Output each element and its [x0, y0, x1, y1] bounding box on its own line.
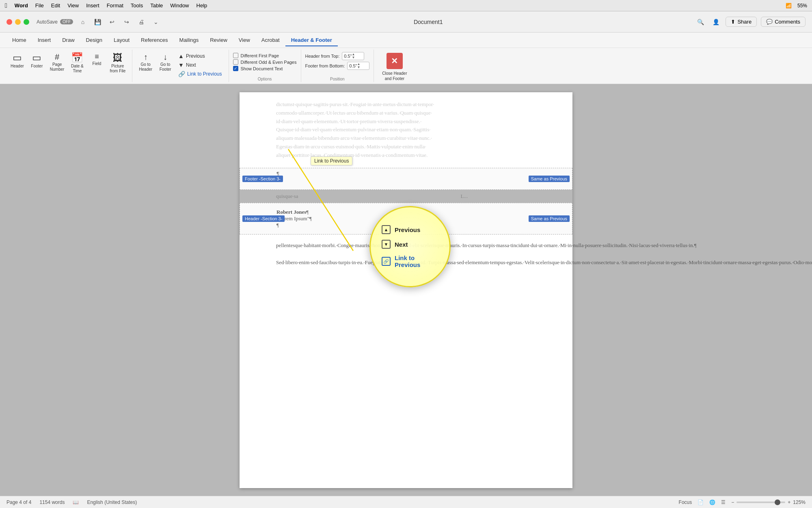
- share-button[interactable]: ⬆ Share: [726, 17, 757, 27]
- next-menu-icon: ▼: [382, 240, 391, 249]
- footer-from-bottom-row: Footer from Bottom: 0.5" ▲ ▼: [305, 62, 370, 70]
- next-icon: ▼: [178, 62, 184, 68]
- previous-button[interactable]: ▲ Previous: [176, 52, 224, 60]
- autosave-badge[interactable]: OFF: [60, 19, 73, 24]
- tab-draw[interactable]: Draw: [56, 35, 80, 46]
- tab-insert[interactable]: Insert: [32, 35, 57, 46]
- ribbon-group-insert: ▭ Header ▭ Footer # PageNumber 📅 Date &T…: [4, 50, 132, 82]
- field-button[interactable]: ≡ Field: [88, 51, 106, 68]
- word-count: 1154 words: [39, 499, 65, 505]
- zoom-thumb[interactable]: [775, 499, 780, 505]
- show-doc-text-label: Show Document Text: [241, 66, 283, 71]
- print-icon[interactable]: 🖨: [136, 16, 147, 28]
- spell-check-icon[interactable]: 📖: [73, 499, 79, 505]
- next-label: Next: [186, 62, 196, 68]
- print-layout-icon[interactable]: 📄: [698, 499, 704, 505]
- focus-button[interactable]: Focus: [679, 499, 692, 505]
- diff-odd-even-label: Different Odd & Even Pages: [241, 60, 297, 65]
- footer-content[interactable]: ¶: [276, 171, 536, 187]
- go-to-footer-button[interactable]: ↓ Go toFooter: [156, 51, 174, 74]
- search-icon[interactable]: 🔍: [695, 16, 706, 28]
- menubar-window[interactable]: Window: [170, 2, 189, 9]
- home-icon[interactable]: ⌂: [77, 16, 89, 28]
- header-button[interactable]: ▭ Header: [8, 51, 26, 70]
- date-time-icon: 📅: [71, 53, 83, 63]
- link-to-previous-button[interactable]: 🔗 Link to Previous: [176, 70, 224, 78]
- diff-odd-even-checkbox[interactable]: [233, 59, 238, 65]
- outline-icon[interactable]: ☰: [721, 499, 726, 505]
- save-icon[interactable]: 💾: [92, 16, 103, 28]
- menubar-view[interactable]: View: [67, 2, 79, 9]
- footer-from-bottom-spinners[interactable]: ▲ ▼: [357, 63, 361, 69]
- battery-status: 55%: [797, 3, 807, 9]
- close-header-footer-label: Close Headerand Footer: [382, 71, 407, 81]
- comments-label: Comments: [775, 19, 800, 25]
- tab-design[interactable]: Design: [80, 35, 108, 46]
- diff-first-page-checkbox[interactable]: [233, 53, 238, 58]
- previous-icon: ▲: [178, 53, 184, 59]
- header-from-top-spinners[interactable]: ▲ ▼: [352, 53, 355, 59]
- user-icon[interactable]: 👤: [710, 16, 721, 28]
- tooltip-text: Link to Previous: [314, 158, 349, 164]
- menubar-file[interactable]: File: [35, 2, 44, 9]
- tab-layout[interactable]: Layout: [108, 35, 135, 46]
- tab-review[interactable]: Review: [204, 35, 233, 46]
- show-doc-text-checkbox[interactable]: ✓: [233, 66, 238, 71]
- tab-home[interactable]: Home: [6, 35, 32, 46]
- header-from-top-label: Header from Top:: [305, 54, 340, 59]
- title-pilcrow: ¶: [309, 215, 312, 221]
- header-from-top-input[interactable]: 0.5" ▲ ▼: [342, 52, 364, 60]
- redo-icon[interactable]: ↪: [121, 16, 132, 28]
- footer-from-bottom-value: 0.5": [349, 63, 357, 68]
- show-doc-text-option[interactable]: ✓ Show Document Text: [233, 66, 297, 71]
- tab-view[interactable]: View: [233, 35, 256, 46]
- next-button[interactable]: ▼ Next: [176, 61, 224, 69]
- document-title: Document1: [414, 19, 443, 25]
- diff-odd-even-option[interactable]: Different Odd & Even Pages: [233, 59, 297, 65]
- close-header-footer-button[interactable]: ✕ Close Headerand Footer: [378, 51, 411, 83]
- document-area: dictumst·quisque·sagittis·purus·sit.·Feu…: [0, 84, 812, 496]
- position-group-label: Position: [330, 77, 345, 82]
- footer-down-spinner[interactable]: ▼: [357, 66, 361, 69]
- tab-mailings[interactable]: Mailings: [174, 35, 205, 46]
- menubar-edit[interactable]: Edit: [51, 2, 60, 9]
- ribbon-nav-items: ↑ Go toHeader ↓ Go toFooter ▲ Previous: [136, 50, 224, 81]
- link-to-previous-label: Link to Previous: [187, 71, 222, 77]
- undo-icon[interactable]: ↩: [106, 16, 118, 28]
- date-time-button[interactable]: 📅 Date &Time: [68, 51, 86, 75]
- comments-button[interactable]: 💬 Comments: [761, 17, 806, 27]
- web-view-icon[interactable]: 🌐: [709, 499, 715, 505]
- footer-from-bottom-input[interactable]: 0.5" ▲ ▼: [347, 62, 369, 70]
- menubar-help[interactable]: Help: [197, 2, 207, 9]
- picture-from-file-button[interactable]: 🖼 Picturefrom File: [107, 51, 128, 75]
- link-menu-icon: 🔗: [382, 257, 391, 266]
- menubar-insert[interactable]: Insert: [86, 2, 99, 9]
- header-down-spinner[interactable]: ▼: [352, 56, 355, 59]
- tab-header-footer[interactable]: Header & Footer: [285, 35, 338, 46]
- apple-menu-icon[interactable]: : [5, 2, 7, 9]
- go-to-header-icon: ↑: [144, 53, 148, 61]
- minimize-window-button[interactable]: [15, 19, 21, 25]
- go-to-header-button[interactable]: ↑ Go toHeader: [136, 51, 155, 74]
- zoom-slider[interactable]: [736, 501, 785, 503]
- menubar-table[interactable]: Table: [150, 2, 163, 9]
- maximize-window-button[interactable]: [24, 19, 29, 25]
- menubar-word[interactable]: Word: [15, 2, 28, 9]
- share-icon: ⬆: [731, 19, 735, 25]
- page-number-button[interactable]: # PageNumber: [48, 51, 67, 74]
- menubar-format[interactable]: Format: [107, 2, 123, 9]
- zoom-in-button[interactable]: +: [788, 499, 790, 505]
- more-icon[interactable]: ⌄: [150, 16, 162, 28]
- close-window-button[interactable]: [6, 19, 12, 25]
- diff-first-page-option[interactable]: Different First Page: [233, 53, 297, 58]
- magnifier-previous-item: ▲ Previous: [378, 224, 443, 236]
- menubar-tools[interactable]: Tools: [131, 2, 143, 9]
- zoom-out-button[interactable]: −: [731, 499, 734, 505]
- tab-acrobat[interactable]: Acrobat: [256, 35, 285, 46]
- go-to-footer-icon: ↓: [163, 53, 167, 61]
- zoom-area: − + 125%: [731, 499, 806, 505]
- ribbon-options-items: Different First Page Different Odd & Eve…: [233, 50, 297, 77]
- tab-references[interactable]: References: [135, 35, 173, 46]
- diff-first-page-label: Different First Page: [241, 53, 279, 58]
- footer-button[interactable]: ▭ Footer: [28, 51, 46, 70]
